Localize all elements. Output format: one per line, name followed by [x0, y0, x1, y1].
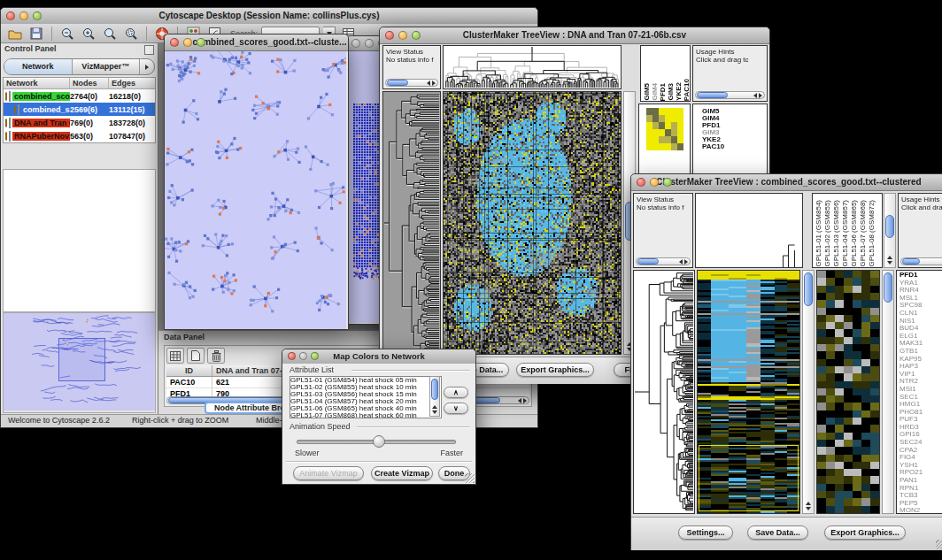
birds-eye-canvas[interactable] — [4, 313, 156, 410]
resize-grip[interactable] — [936, 540, 942, 549]
zoom-selected-button[interactable] — [122, 26, 140, 42]
matrix-cell[interactable] — [652, 143, 659, 150]
header-network[interactable]: Network — [4, 78, 70, 88]
move-up-button[interactable]: ∧ — [444, 387, 468, 398]
close-button[interactable] — [6, 12, 15, 20]
minimize-button[interactable] — [19, 12, 28, 20]
zoom-button[interactable] — [412, 31, 421, 40]
tv2-titlebar[interactable]: ClusterMaker TreeView : combined_scores_… — [631, 174, 942, 191]
slider-thumb[interactable] — [373, 435, 385, 448]
minimize-button[interactable] — [299, 352, 307, 360]
matrix-cell[interactable] — [646, 136, 652, 143]
matrix-cell[interactable] — [659, 122, 665, 129]
matrix-cell[interactable] — [659, 115, 665, 122]
matrix-cell[interactable] — [652, 122, 659, 129]
matrix-cell[interactable] — [671, 129, 677, 136]
array-label[interactable]: GPL51-06 (GSM865) — [850, 200, 859, 267]
open-session-button[interactable] — [6, 26, 24, 42]
matrix-cell[interactable] — [677, 122, 683, 129]
id-column-header[interactable]: ID — [166, 365, 212, 376]
network-row[interactable]: DNA and Tran 07 769(0) 183728(0) — [4, 116, 155, 129]
matrix-cell[interactable] — [652, 108, 659, 115]
dialog-titlebar[interactable]: Map Colors to Network — [282, 349, 475, 364]
tv2-gene-vscrollbar[interactable] — [882, 270, 894, 514]
tv1-titlebar[interactable]: ClusterMaker TreeView : DNA and Tran 07-… — [380, 27, 769, 44]
tv1-column-dendrogram[interactable] — [443, 45, 622, 89]
matrix-cell[interactable] — [652, 115, 659, 122]
zoom-button[interactable] — [33, 12, 42, 20]
tv1-row-dendrogram[interactable] — [382, 91, 441, 355]
network-canvas[interactable] — [165, 51, 346, 329]
create-attribute-button[interactable] — [187, 348, 205, 364]
array-label[interactable]: GPL51-07 (GSM868) — [859, 200, 868, 267]
tab-overflow-button[interactable] — [139, 59, 154, 74]
column-label[interactable]: GIM5 — [643, 83, 651, 101]
matrix-cell[interactable] — [671, 143, 677, 150]
tv2-row-dendrogram[interactable] — [633, 270, 695, 514]
array-label[interactable]: GPL51-03 (GSM856) — [832, 200, 841, 267]
close-button[interactable] — [385, 31, 394, 40]
zoom-out-button[interactable] — [58, 26, 76, 42]
matrix-cell[interactable] — [659, 108, 665, 115]
tv2-vscrollbar[interactable] — [802, 270, 815, 514]
matrix-cell[interactable] — [646, 143, 652, 150]
matrix-cell[interactable] — [665, 129, 671, 136]
tv2-zoom-heatmap[interactable] — [816, 270, 880, 514]
matrix-cell[interactable] — [665, 108, 671, 115]
close-button[interactable] — [637, 178, 645, 187]
column-label[interactable]: YKE2 — [675, 82, 683, 101]
view-status-hscrollbar[interactable] — [385, 79, 438, 87]
create-vizmap-button[interactable]: Create Vizmap — [371, 466, 433, 480]
array-label[interactable]: GPL51-01 (GSM854) — [815, 200, 823, 267]
array-label[interactable]: GPL51-08 (GSM872) — [868, 200, 876, 267]
animate-vizmap-button[interactable]: Animate Vizmap — [293, 466, 364, 480]
close-button[interactable] — [288, 352, 296, 360]
tab-network[interactable]: Network — [4, 59, 73, 74]
net1-titlebar[interactable]: combined_scores_good.txt--cluste... — [165, 35, 348, 51]
header-nodes[interactable]: Nodes — [70, 78, 109, 88]
matrix-cell[interactable] — [665, 136, 671, 143]
matrix-cell[interactable] — [671, 122, 677, 129]
matrix-cell[interactable] — [659, 143, 665, 150]
usage-hints-hscrollbar[interactable] — [900, 257, 942, 265]
matrix-cell[interactable] — [659, 136, 665, 143]
attribute-list-item[interactable]: GPL51-07 (GSM868) heat shock 60 min — [290, 412, 441, 418]
matrix-cell[interactable] — [652, 129, 659, 136]
matrix-cell[interactable] — [677, 115, 683, 122]
main-titlebar[interactable]: Cytoscape Desktop (Session Name: collins… — [1, 8, 537, 25]
matrix-cell[interactable] — [652, 136, 659, 143]
matrix-gene-label[interactable]: PAC10 — [702, 143, 767, 150]
column-label[interactable]: PAC10 — [683, 79, 691, 101]
minimize-button[interactable] — [650, 178, 659, 187]
matrix-cell[interactable] — [665, 122, 671, 129]
zoom-fit-button[interactable] — [101, 26, 119, 42]
matrix-cell[interactable] — [677, 108, 683, 115]
close-button[interactable] — [351, 39, 360, 48]
zoom-in-button[interactable] — [80, 26, 97, 42]
float-panel-icon[interactable] — [144, 45, 154, 55]
tv2-label-vscrollbar[interactable] — [884, 193, 896, 268]
header-edges[interactable]: Edges — [109, 78, 155, 88]
matrix-cell[interactable] — [671, 108, 677, 115]
matrix-cell[interactable] — [646, 108, 652, 115]
scroll-arrows[interactable] — [518, 398, 527, 403]
matrix-cell[interactable] — [677, 129, 683, 136]
tv2-heatmap[interactable] — [697, 270, 800, 514]
correlation-matrix[interactable] — [646, 108, 683, 150]
matrix-cell[interactable] — [677, 136, 683, 143]
usage-hints-hscrollbar[interactable] — [695, 91, 765, 99]
save-session-button[interactable] — [27, 26, 45, 42]
minimize-button[interactable] — [183, 38, 192, 47]
array-label[interactable]: GPL51-02 (GSM855) — [823, 200, 832, 267]
export-graphics-button[interactable]: Export Graphics... — [516, 363, 594, 377]
minimize-button[interactable] — [398, 31, 407, 40]
settings-button[interactable]: Settings... — [678, 525, 733, 540]
matrix-cell[interactable] — [646, 122, 652, 129]
close-button[interactable] — [170, 38, 179, 47]
column-label[interactable]: GIM3 — [667, 83, 675, 101]
minimize-button[interactable] — [365, 39, 374, 48]
column-label[interactable]: GIM4 — [651, 83, 659, 101]
matrix-cell[interactable] — [671, 115, 677, 122]
matrix-cell[interactable] — [665, 115, 671, 122]
tv2-column-dendrogram[interactable] — [695, 193, 803, 268]
